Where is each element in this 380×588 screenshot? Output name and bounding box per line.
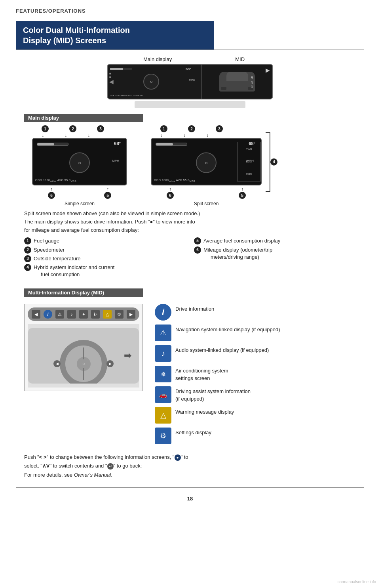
- footer-line2: For more details, see Owner's Manual.: [24, 471, 356, 479]
- watermark: carmanualsonline.info: [338, 580, 376, 584]
- audio-icon: ♪: [155, 345, 171, 362]
- feature-item-3: 3 Outside temperature: [24, 255, 186, 262]
- screens-row: 1 2 3 ↓↓↓ 68° O MPH ODO 1000miles AVG 55…: [24, 125, 356, 206]
- mid-control-bar: ◀ i ⚠ ♪ ✦ ⛷ △ ⚙ ▶: [28, 307, 139, 321]
- nav-label: Navigation system-linked display (if equ…: [175, 325, 280, 333]
- split-callout-3: 3: [216, 125, 223, 132]
- feature-item-2: 2 Speedometer: [24, 246, 186, 254]
- mid-icon-audio[interactable]: ♪: [67, 310, 76, 319]
- split-callout-5: 5: [239, 192, 246, 199]
- steering-wheel-area: ⊙ ◀ ▶: [28, 324, 139, 388]
- ac-icon: ❄: [155, 366, 171, 382]
- ac-label: Air conditioning systemsettings screen: [175, 366, 228, 382]
- audio-label: Audio system-linked display (if equipped…: [175, 345, 269, 354]
- features-col-left: 1 Fuel gauge 2 Speedometer 3 Outside tem…: [24, 237, 186, 280]
- warning-label: Warning message display: [175, 407, 234, 416]
- main-display-section-header: Main display: [24, 114, 143, 122]
- mid-icon-row-nav: ⚠ Navigation system-linked display (if e…: [155, 325, 356, 341]
- split-screen-container: 1 2 3 ↓↓↓ 68° O MPH ODO 1000miles AVG 55…: [151, 125, 262, 206]
- callout-3: 3: [97, 125, 104, 132]
- assist-label: Driving assist system information(if equ…: [175, 386, 251, 402]
- split-indicator: PWR ECO CHG: [237, 142, 261, 181]
- mid-icon-nav[interactable]: ⚠: [55, 310, 64, 319]
- split-callout-2: 2: [188, 125, 195, 132]
- feature-item-6: 6 Mileage display (odometer/trip meters/…: [194, 246, 356, 261]
- simple-screen-label: Simple screen: [32, 201, 127, 206]
- mid-icon-row-ac: ❄ Air conditioning systemsettings screen: [155, 366, 356, 382]
- nav-icon: ⚠: [155, 325, 171, 341]
- feature-item-5: 5 Average fuel consumption display: [194, 237, 356, 244]
- split-screen-label: Split screen: [151, 201, 262, 206]
- features-grid: 1 Fuel gauge 2 Speedometer 3 Outside tem…: [24, 237, 356, 280]
- assist-icon: 🚗: [155, 386, 171, 403]
- mid-icon-car-settings[interactable]: ✦: [79, 310, 88, 319]
- split-callout-6: 6: [167, 192, 174, 199]
- page-number: 18: [16, 496, 364, 502]
- mid-diagram: ◀ i ⚠ ♪ ✦ ⛷ △ ⚙ ▶: [24, 304, 143, 448]
- main-content-box: Main display MID 68° O MPH ODO 1000miles…: [16, 50, 364, 488]
- footer-line1: Push "< >" to change between the followi…: [24, 453, 356, 470]
- callout-1: 1: [42, 125, 49, 132]
- simple-screen-container: 1 2 3 ↓↓↓ 68° O MPH ODO 1000miles AVG 55…: [32, 125, 127, 206]
- mid-icon-settings[interactable]: ⚙: [115, 310, 124, 319]
- mid-icon-warning[interactable]: △: [103, 310, 112, 319]
- callout-5: 5: [104, 192, 111, 199]
- settings-label: Settings display: [175, 428, 211, 436]
- features-col-right: 5 Average fuel consumption display 6 Mil…: [194, 237, 356, 280]
- mid-icon-row-warning: △ Warning message display: [155, 407, 356, 424]
- steering-diagram: ◀ i ⚠ ♪ ✦ ⛷ △ ⚙ ▶: [24, 304, 143, 391]
- warning-icon: △: [155, 407, 171, 424]
- split-callout-4: 4: [270, 158, 277, 165]
- drive-info-label: Drive information: [175, 304, 214, 313]
- mid-content: ◀ i ⚠ ♪ ✦ ⛷ △ ⚙ ▶: [24, 304, 356, 448]
- mid-icon-row-drive: i Drive information: [155, 304, 356, 321]
- description-text: Split screen mode shown above (can also …: [24, 210, 356, 234]
- mid-icon-assist[interactable]: ⛷: [91, 310, 100, 319]
- settings-icon: ⚙: [155, 428, 171, 444]
- mid-section-header: Multi-Information Display (MID): [24, 288, 143, 297]
- mid-icon-info[interactable]: i: [44, 310, 52, 319]
- callout-6: 6: [48, 192, 55, 199]
- mid-icon-row-audio: ♪ Audio system-linked display (if equipp…: [155, 345, 356, 362]
- title-banner: Color Dual Multi-Information Display (MI…: [16, 21, 214, 50]
- simple-screen-mock: 68° O MPH ODO 1000miles AVG 55.0MPG: [32, 138, 127, 185]
- drive-info-icon: i: [155, 304, 171, 321]
- feature-item-4: 4 Hybrid system indicator and current fu…: [24, 264, 186, 278]
- split-screen-mock: 68° O MPH ODO 1000miles AVG 55.0MPG PWR …: [151, 138, 262, 185]
- mid-icon-row-settings: ⚙ Settings display: [155, 428, 356, 444]
- label-main-display: Main display: [143, 56, 172, 62]
- mid-icons-list: i Drive information ⚠ Navigation system-…: [155, 304, 356, 448]
- mid-icon-row-assist: 🚗 Driving assist system information(if e…: [155, 386, 356, 403]
- page-header: FEATURES/OPERATIONS: [16, 8, 364, 14]
- mid-icon-forward[interactable]: ▶: [127, 310, 135, 319]
- feature-item-1: 1 Fuel gauge: [24, 237, 186, 244]
- label-mid: MID: [235, 56, 245, 62]
- mid-icon-back[interactable]: ◀: [32, 310, 40, 319]
- footer-text: Push "< >" to change between the followi…: [24, 453, 356, 479]
- callout-2: 2: [69, 125, 76, 132]
- split-callout-1: 1: [160, 125, 167, 132]
- top-diagram: Main display MID 68° O MPH ODO 1000miles…: [24, 56, 356, 107]
